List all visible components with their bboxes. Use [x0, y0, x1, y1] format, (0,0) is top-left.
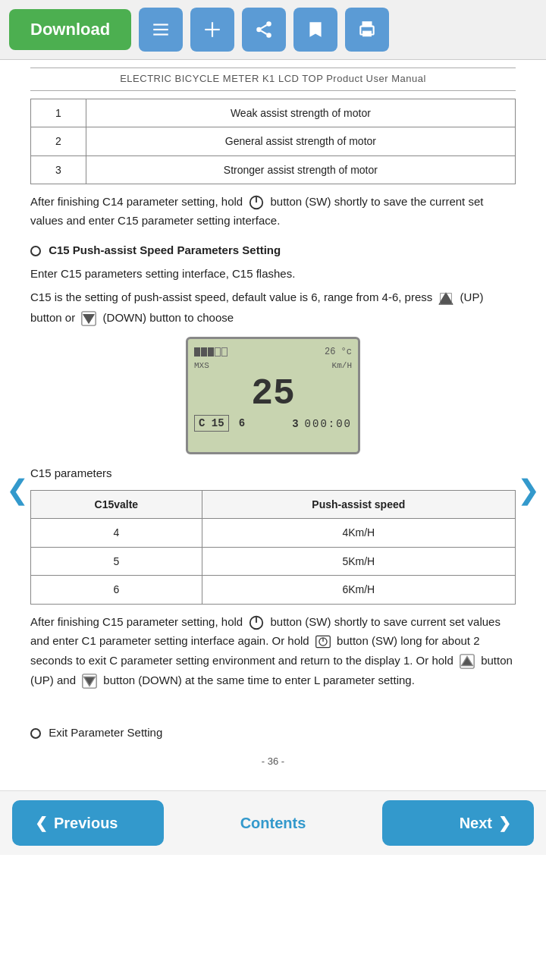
power-icon-sw2: [312, 633, 334, 650]
lcd-right-block: 3 000:00: [292, 416, 352, 432]
lcd-temp: 26 °c: [325, 345, 352, 360]
lcd-display: 26 °c MXS Km/H 25 C 15 6 3 000:00: [30, 337, 516, 454]
page-number: - 36 -: [30, 754, 516, 770]
next-button[interactable]: Next ❯: [382, 800, 534, 846]
svg-marker-28: [84, 677, 96, 686]
table-row: 3 Stronger assist strength of motor: [31, 155, 516, 184]
share-icon: [254, 20, 274, 39]
lcd-c15-block: C 15 6: [194, 415, 245, 433]
nav-arrow-right[interactable]: ❯: [511, 466, 546, 514]
battery-bar-3: [208, 347, 214, 357]
power-icon-sw1: [246, 614, 267, 631]
contents-button[interactable]: Contents: [240, 815, 306, 832]
lcd-mid-row: MXS Km/H: [194, 360, 352, 373]
table-cell-speed: 6Km/H: [202, 576, 515, 604]
list-button[interactable]: [139, 8, 183, 52]
lcd-time: 000:00: [305, 416, 352, 432]
c14-finish-text: After finishing C14 parameter setting, h…: [30, 192, 516, 231]
table-row: 4 4Km/H: [31, 519, 516, 547]
arrow-up-icon-2: [457, 652, 478, 671]
lcd-right-value: 3: [292, 416, 298, 432]
svg-rect-12: [363, 31, 372, 36]
table-cell: 1: [31, 99, 86, 127]
list-icon: [151, 20, 171, 39]
nav-arrow-left[interactable]: ❮: [0, 466, 35, 514]
c15-body: C15 is the setting of push-assist speed,…: [30, 287, 516, 327]
share-button[interactable]: [242, 8, 286, 52]
prev-chevron-icon: ❮: [35, 814, 48, 832]
svg-point-5: [266, 21, 271, 27]
previous-button[interactable]: ❮ Previous: [12, 800, 164, 846]
print-button[interactable]: [345, 8, 389, 52]
exit-heading: Exit Parameter Setting: [30, 724, 516, 742]
table-header-row: C15valte Push-assist speed: [31, 491, 516, 519]
arrow-down-icon-2: [79, 672, 100, 690]
svg-rect-4: [205, 29, 220, 30]
bookmark-button[interactable]: [293, 8, 337, 52]
c14-table: 1 Weak assist strength of motor 2 Genera…: [30, 99, 516, 184]
table-cell-value: 4: [31, 519, 202, 547]
c15-table: C15valte Push-assist speed 4 4Km/H 5 5Km…: [30, 490, 516, 605]
lcd-speed-unit: Km/H: [332, 360, 352, 373]
lcd-bottom-row: C 15 6 3 000:00: [194, 415, 352, 433]
table-row: 1 Weak assist strength of motor: [31, 99, 516, 127]
table-cell: 2: [31, 127, 86, 155]
svg-marker-26: [462, 656, 473, 665]
svg-point-7: [266, 33, 271, 38]
arrow-down-icon: [78, 309, 99, 328]
lcd-top-row: 26 °c: [194, 345, 352, 360]
lcd-screen: 26 °c MXS Km/H 25 C 15 6 3 000:00: [186, 337, 360, 454]
next-label: Next: [460, 815, 492, 832]
print-icon: [357, 20, 377, 39]
c15-finish-text: After finishing C15 parameter setting, h…: [30, 612, 516, 690]
svg-marker-17: [441, 294, 452, 303]
lcd-c15-value: 6: [239, 417, 245, 429]
arrow-up-icon: [435, 290, 457, 308]
lcd-battery: [194, 347, 228, 357]
battery-bar-5: [221, 347, 228, 357]
previous-label: Previous: [54, 815, 118, 832]
c15-params-label: C15 parameters: [30, 463, 516, 483]
svg-line-9: [261, 25, 266, 28]
power-icon-inline: [246, 194, 267, 211]
lcd-big-number: 25: [194, 375, 352, 412]
table-cell: Weak assist strength of motor: [86, 99, 515, 127]
page-header: ELECTRIC BICYCLE METER K1 LCD TOP Produc…: [30, 68, 516, 91]
svg-rect-2: [153, 33, 168, 35]
toolbar: Download: [0, 0, 546, 60]
exit-circle-bullet: [30, 728, 41, 739]
table-cell: Stronger assist strength of motor: [86, 155, 515, 184]
lcd-c15-label: C 15: [194, 415, 229, 432]
download-button[interactable]: Download: [9, 9, 131, 50]
table-cell-value: 6: [31, 576, 202, 604]
svg-line-8: [261, 31, 266, 34]
main-content: ELECTRIC BICYCLE METER K1 LCD TOP Produc…: [0, 60, 546, 790]
svg-point-6: [256, 27, 262, 33]
table-row: 2 General assist strength of motor: [31, 127, 516, 155]
add-button[interactable]: [190, 8, 234, 52]
next-chevron-icon: ❯: [498, 814, 511, 832]
table-row: 6 6Km/H: [31, 576, 516, 604]
table-cell: General assist strength of motor: [86, 127, 515, 155]
svg-rect-1: [153, 29, 168, 30]
c15-heading: C15 Push-assist Speed Parameters Setting: [30, 241, 516, 259]
battery-bar-1: [194, 347, 200, 357]
table-header-valte: C15valte: [31, 491, 202, 519]
svg-rect-0: [153, 24, 168, 25]
table-cell-speed: 4Km/H: [202, 519, 515, 547]
svg-marker-19: [83, 314, 95, 323]
c15-intro: Enter C15 parameters setting interface, …: [30, 264, 516, 284]
plus-icon: [202, 20, 222, 39]
table-cell: 3: [31, 155, 86, 184]
contents-label: Contents: [240, 815, 306, 831]
table-header-speed: Push-assist speed: [202, 491, 515, 519]
table-cell-value: 5: [31, 547, 202, 575]
table-row: 5 5Km/H: [31, 547, 516, 575]
battery-bar-2: [201, 347, 207, 357]
lcd-mxs-label: MXS: [194, 360, 209, 373]
bottom-navigation: ❮ Previous Contents Next ❯: [0, 790, 546, 855]
battery-bar-4: [215, 347, 221, 357]
circle-bullet: [30, 246, 41, 256]
table-cell-speed: 5Km/H: [202, 547, 515, 575]
bookmark-icon: [306, 20, 325, 39]
